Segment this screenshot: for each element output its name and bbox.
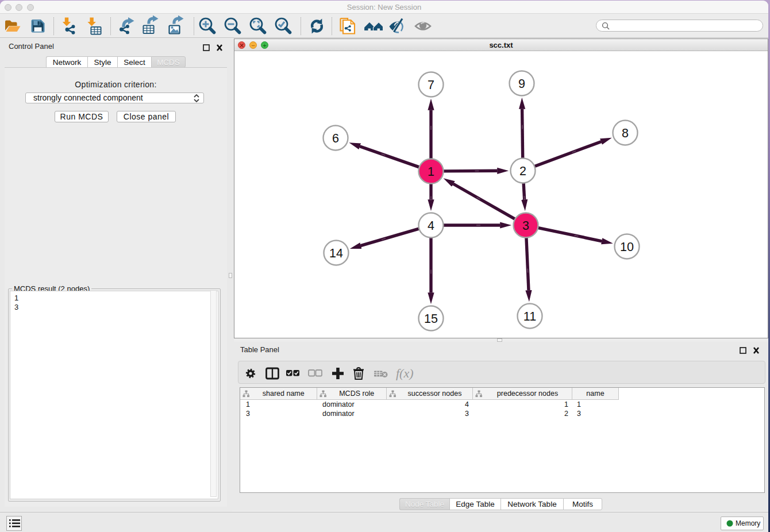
svg-text:8: 8 [622,126,629,140]
svg-text:2: 2 [519,164,526,178]
svg-text:9: 9 [518,77,525,91]
svg-text:10: 10 [620,240,634,254]
svg-text:7: 7 [428,78,434,92]
svg-text:15: 15 [424,312,438,326]
svg-text:14: 14 [329,246,343,260]
svg-text:4: 4 [428,219,434,233]
svg-text:6: 6 [332,132,339,145]
svg-text:f(x): f(x) [396,366,414,380]
svg-text:11: 11 [523,310,536,323]
svg-text:1: 1 [428,165,434,179]
svg-text:3: 3 [522,219,529,233]
